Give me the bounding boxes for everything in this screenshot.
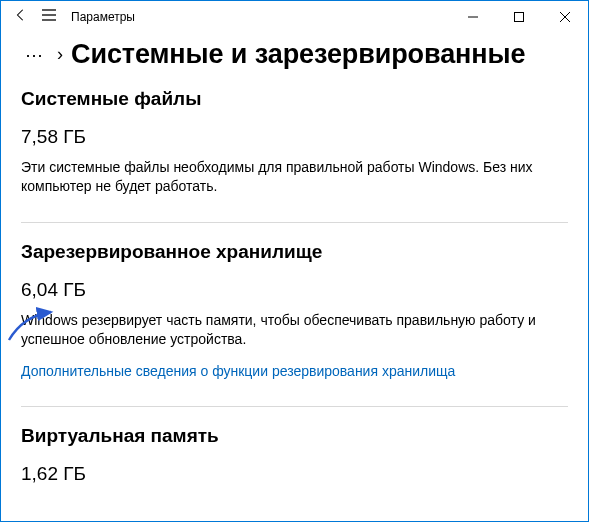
- storage-size-value: 6,04 ГБ: [21, 279, 568, 301]
- close-button[interactable]: [542, 1, 588, 33]
- menu-icon[interactable]: [33, 8, 65, 26]
- section-heading: Зарезервированное хранилище: [21, 241, 568, 263]
- section-description: Эти системные файлы необходимы для прави…: [21, 158, 561, 196]
- breadcrumb-more-icon[interactable]: ⋯: [21, 44, 49, 66]
- back-button[interactable]: [9, 8, 33, 26]
- section-heading: Виртуальная память: [21, 425, 568, 447]
- app-title: Параметры: [71, 10, 135, 24]
- section-heading: Системные файлы: [21, 88, 568, 110]
- storage-size-value: 1,62 ГБ: [21, 463, 568, 485]
- maximize-button[interactable]: [496, 1, 542, 33]
- window-controls: [450, 1, 588, 33]
- chevron-right-icon: ›: [57, 44, 63, 65]
- storage-size-value: 7,58 ГБ: [21, 126, 568, 148]
- divider: [21, 222, 568, 223]
- section-description: Windows резервирует часть памяти, чтобы …: [21, 311, 561, 349]
- section-system-files: Системные файлы 7,58 ГБ Эти системные фа…: [21, 88, 568, 196]
- divider: [21, 406, 568, 407]
- titlebar: Параметры: [1, 1, 588, 33]
- svg-rect-4: [515, 13, 524, 22]
- section-virtual-memory: Виртуальная память 1,62 ГБ: [21, 425, 568, 485]
- content-area: ⋯ › Системные и зарезервированные Систем…: [1, 33, 588, 485]
- section-reserved-storage: Зарезервированное хранилище 6,04 ГБ Wind…: [21, 241, 568, 380]
- learn-more-link[interactable]: Дополнительные сведения о функции резерв…: [21, 363, 455, 379]
- page-title: Системные и зарезервированные: [71, 39, 525, 70]
- breadcrumb: ⋯ › Системные и зарезервированные: [21, 39, 568, 70]
- minimize-button[interactable]: [450, 1, 496, 33]
